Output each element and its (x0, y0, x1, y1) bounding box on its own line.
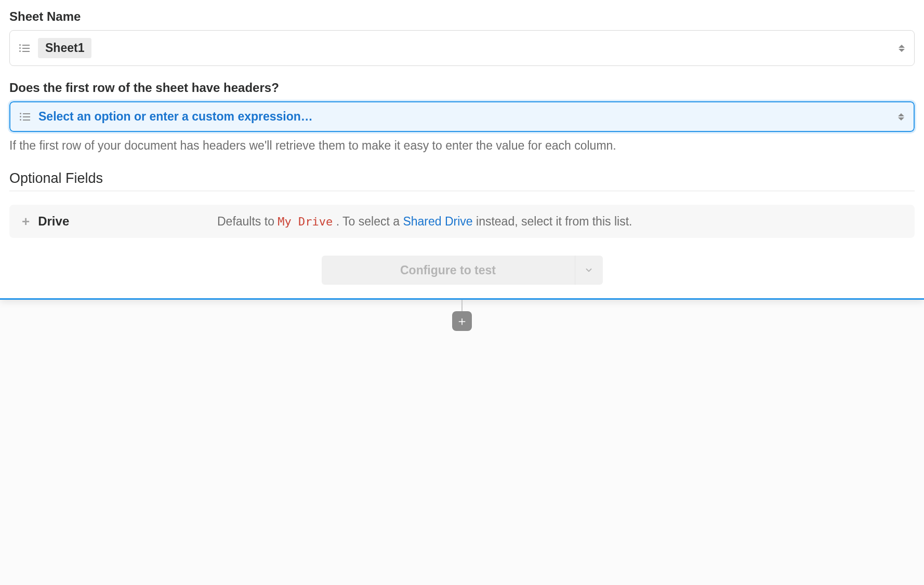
add-step-button[interactable]: ＋ (452, 311, 472, 331)
chevron-updown-icon (898, 113, 904, 121)
drive-desc-suffix: instead, select it from this list. (476, 215, 632, 228)
select-left-content: Select an option or enter a custom expre… (20, 110, 313, 124)
optional-fields-heading: Optional Fields (9, 170, 915, 191)
optional-row-left: + Drive (22, 214, 217, 229)
select-left-content: Sheet1 (19, 38, 91, 58)
drive-desc-link: Shared Drive (403, 215, 472, 228)
headers-placeholder: Select an option or enter a custom expre… (38, 110, 313, 124)
form-panel: Sheet Name Sheet1 Does the first row of … (0, 0, 924, 300)
drive-description: Defaults to My Drive . To select a Share… (217, 215, 632, 229)
headers-select[interactable]: Select an option or enter a custom expre… (9, 101, 915, 132)
drive-desc-prefix: Defaults to (217, 215, 278, 228)
plus-icon: + (22, 215, 30, 228)
plus-icon: ＋ (456, 315, 468, 327)
chevron-down-icon (584, 265, 593, 275)
chevron-updown-icon (899, 45, 905, 52)
configure-to-test-button: Configure to test (322, 256, 603, 285)
drive-desc-mid: . To select a (336, 215, 403, 228)
add-step-connector: ＋ (452, 300, 472, 331)
drive-desc-code: My Drive (278, 215, 333, 228)
list-icon (20, 113, 30, 121)
sheet-name-label: Sheet Name (9, 9, 915, 24)
sheet-name-value-chip: Sheet1 (38, 38, 91, 58)
configure-button-label: Configure to test (322, 256, 575, 285)
connector-line (461, 300, 463, 311)
headers-helper-text: If the first row of your document has he… (9, 137, 915, 154)
drive-label: Drive (38, 214, 69, 229)
optional-drive-row[interactable]: + Drive Defaults to My Drive . To select… (9, 205, 915, 238)
sheet-name-select[interactable]: Sheet1 (9, 30, 915, 66)
configure-dropdown-section (575, 256, 603, 285)
list-icon (19, 44, 30, 52)
headers-question-label: Does the first row of the sheet have hea… (9, 81, 915, 95)
